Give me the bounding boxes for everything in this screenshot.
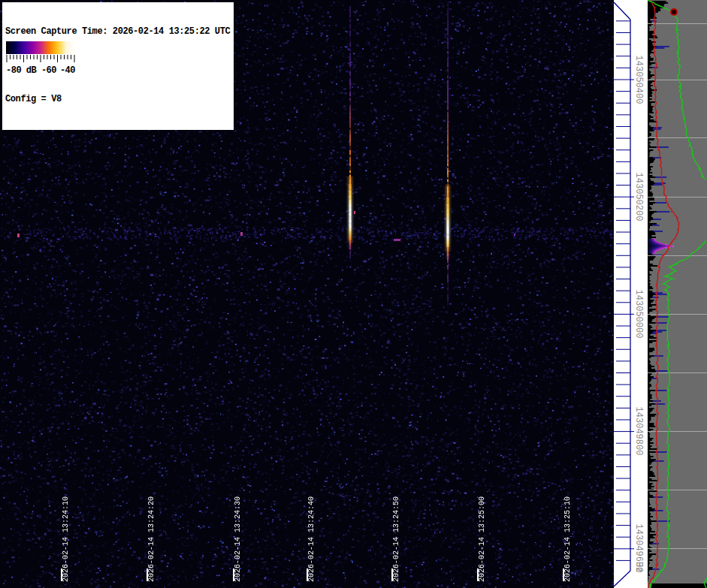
config-line: Config = V8 (5, 94, 230, 105)
time-label-text: 2026-02-14 13:24:30 (234, 496, 242, 582)
freq-label: 143049800 (633, 407, 644, 456)
time-label-text: 2026-02-14 13:25:10 (563, 496, 572, 582)
time-tick-mark (233, 568, 234, 581)
time-tick-mark (147, 568, 148, 581)
freq-label: 143050400 (633, 56, 644, 104)
time-tick-mark (61, 568, 62, 581)
time-label-text: 2026-02-14 13:25:00 (478, 496, 486, 582)
color-scale-legend: -80 dB -60 -40 (4, 39, 77, 78)
freq-label: 143050200 (633, 173, 644, 222)
time-label-text: 2026-02-14 13:24:50 (392, 496, 400, 582)
capture-time-line: Screen Capture Time: 2026-02-14 13:25:22… (5, 26, 230, 38)
time-tick-mark (477, 568, 479, 581)
color-gradient-bar (6, 41, 75, 54)
time-tick-mark (307, 568, 308, 581)
scale-label-low: -80 dB -60 (6, 65, 56, 76)
freq-unit-label: Hz (633, 562, 644, 572)
scale-ruler-ticks (6, 55, 75, 64)
scale-labels: -80 dB -60 -40 (4, 65, 77, 77)
spectrum-panel (648, 0, 707, 588)
time-label-text: 2026-02-14 13:24:10 (62, 496, 70, 582)
freq-label: 143050000 (633, 290, 644, 339)
time-label-text: 2026-02-14 13:24:20 (147, 496, 156, 582)
scale-label-high: -40 (60, 65, 75, 76)
time-label-text: 2026-02-14 13:24:40 (307, 496, 316, 582)
app-window: Screen Capture Time: 2026-02-14 13:25:22… (0, 0, 707, 588)
time-tick-mark (391, 568, 393, 581)
time-tick-mark (563, 568, 564, 581)
